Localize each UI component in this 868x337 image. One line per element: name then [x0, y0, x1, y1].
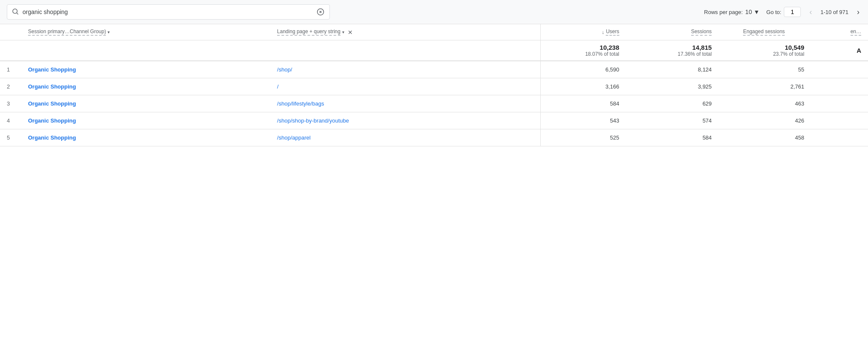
- summary-sessions-value: 14,815: [633, 44, 712, 51]
- rows-dropdown-arrow-icon: ▼: [754, 9, 760, 15]
- pagination-controls: Rows per page: 10 ▼ Go to: 1 ‹ 1-10 of 9…: [704, 6, 861, 18]
- row-sessions-1: 8,124: [626, 61, 719, 78]
- row-num-5: 5: [0, 129, 21, 146]
- row-en-2: [811, 78, 868, 95]
- landing-dropdown-icon[interactable]: ▾: [342, 30, 344, 34]
- table-row: 3 Organic Shopping /shop/lifestyle/bags …: [0, 95, 868, 112]
- row-engaged-1: 55: [718, 61, 811, 78]
- row-landing-2[interactable]: /: [270, 78, 541, 95]
- row-landing-1[interactable]: /shop/: [270, 61, 541, 78]
- th-session-primary-label: Session primary…Channel Group): [28, 29, 106, 36]
- row-num-2: 2: [0, 78, 21, 95]
- table-row: 1 Organic Shopping /shop/ 6,590 8,124 55: [0, 61, 868, 78]
- row-num-4: 4: [0, 112, 21, 129]
- summary-dim2: [270, 40, 541, 61]
- page-range: 1-10 of 971: [820, 9, 848, 15]
- row-users-4: 543: [541, 112, 626, 129]
- th-sessions: Sessions: [626, 24, 719, 40]
- goto-input[interactable]: 1: [784, 7, 801, 17]
- row-en-1: [811, 61, 868, 78]
- rows-per-page-section: Rows per page: 10 ▼: [704, 9, 760, 15]
- goto-section: Go to: 1: [766, 7, 801, 17]
- summary-users: 10,238 18.07% of total: [541, 40, 626, 61]
- summary-en: A: [811, 40, 868, 61]
- row-engaged-5: 458: [718, 129, 811, 146]
- table-header-row: Session primary…Channel Group) ▾ Landing…: [0, 24, 868, 40]
- row-engaged-3: 463: [718, 95, 811, 112]
- svg-point-0: [13, 9, 17, 14]
- table-row: 2 Organic Shopping / 3,166 3,925 2,761: [0, 78, 868, 95]
- row-engaged-2: 2,761: [718, 78, 811, 95]
- summary-engaged-pct: 23.7% of total: [725, 51, 804, 57]
- svg-line-1: [17, 13, 18, 14]
- next-page-button[interactable]: ›: [855, 6, 861, 18]
- summary-en-value: A: [818, 47, 861, 54]
- th-en: en…: [811, 24, 868, 40]
- th-engaged-sessions: Engaged sessions: [718, 24, 811, 40]
- summary-engaged-value: 10,549: [725, 44, 804, 51]
- clear-search-button[interactable]: [316, 7, 325, 17]
- row-landing-4[interactable]: /shop/shop-by-brand/youtube: [270, 112, 541, 129]
- search-input[interactable]: organic shopping: [23, 9, 312, 15]
- summary-engaged: 10,549 23.7% of total: [718, 40, 811, 61]
- th-engaged-sessions-label[interactable]: Engaged sessions: [743, 29, 785, 36]
- summary-sessions-pct: 17.36% of total: [633, 51, 712, 57]
- prev-page-button[interactable]: ‹: [808, 6, 814, 18]
- row-channel-4[interactable]: Organic Shopping: [21, 112, 270, 129]
- search-input-wrapper: organic shopping: [7, 4, 330, 20]
- row-en-3: [811, 95, 868, 112]
- goto-label: Go to:: [766, 9, 781, 15]
- row-users-5: 525: [541, 129, 626, 146]
- rows-per-page-value: 10: [745, 9, 752, 15]
- row-landing-5[interactable]: /shop/apparel: [270, 129, 541, 146]
- rows-per-page-dropdown[interactable]: 10 ▼: [745, 9, 759, 15]
- summary-sessions: 14,815 17.36% of total: [626, 40, 719, 61]
- row-channel-5[interactable]: Organic Shopping: [21, 129, 270, 146]
- th-users-label[interactable]: Users: [606, 29, 619, 36]
- row-en-4: [811, 112, 868, 129]
- row-num-1: 1: [0, 61, 21, 78]
- th-landing-page: Landing page + query string ▾ ✕: [270, 24, 541, 40]
- row-num-3: 3: [0, 95, 21, 112]
- row-users-3: 584: [541, 95, 626, 112]
- row-landing-3[interactable]: /shop/lifestyle/bags: [270, 95, 541, 112]
- row-sessions-4: 574: [626, 112, 719, 129]
- row-engaged-4: 426: [718, 112, 811, 129]
- row-sessions-3: 629: [626, 95, 719, 112]
- table-row: 4 Organic Shopping /shop/shop-by-brand/y…: [0, 112, 868, 129]
- row-sessions-2: 3,925: [626, 78, 719, 95]
- row-channel-1[interactable]: Organic Shopping: [21, 61, 270, 78]
- row-users-2: 3,166: [541, 78, 626, 95]
- th-en-label[interactable]: en…: [851, 29, 861, 36]
- data-table: Session primary…Channel Group) ▾ Landing…: [0, 24, 868, 146]
- th-session-primary: Session primary…Channel Group) ▾: [21, 24, 270, 40]
- summary-row: 10,238 18.07% of total 14,815 17.36% of …: [0, 40, 868, 61]
- table-wrapper: Session primary…Channel Group) ▾ Landing…: [0, 24, 868, 146]
- rows-per-page-label: Rows per page:: [704, 9, 743, 15]
- summary-num: [0, 40, 21, 61]
- session-primary-dropdown-icon[interactable]: ▾: [108, 30, 110, 34]
- row-users-1: 6,590: [541, 61, 626, 78]
- landing-remove-icon[interactable]: ✕: [346, 29, 355, 36]
- th-sessions-label[interactable]: Sessions: [691, 29, 712, 36]
- summary-dim1: [21, 40, 270, 61]
- search-icon: [11, 8, 19, 17]
- row-en-5: [811, 129, 868, 146]
- row-channel-3[interactable]: Organic Shopping: [21, 95, 270, 112]
- summary-users-pct: 18.07% of total: [547, 51, 619, 57]
- search-bar-row: organic shopping Rows per page: 10 ▼ Go …: [0, 0, 868, 24]
- table-row: 5 Organic Shopping /shop/apparel 525 584…: [0, 129, 868, 146]
- summary-users-value: 10,238: [547, 44, 619, 51]
- users-sort-icon: ↓: [601, 29, 604, 35]
- th-row-num: [0, 24, 21, 40]
- row-channel-2[interactable]: Organic Shopping: [21, 78, 270, 95]
- row-sessions-5: 584: [626, 129, 719, 146]
- th-users: ↓ Users: [541, 24, 626, 40]
- main-container: organic shopping Rows per page: 10 ▼ Go …: [0, 0, 868, 337]
- th-landing-label: Landing page + query string: [277, 29, 340, 36]
